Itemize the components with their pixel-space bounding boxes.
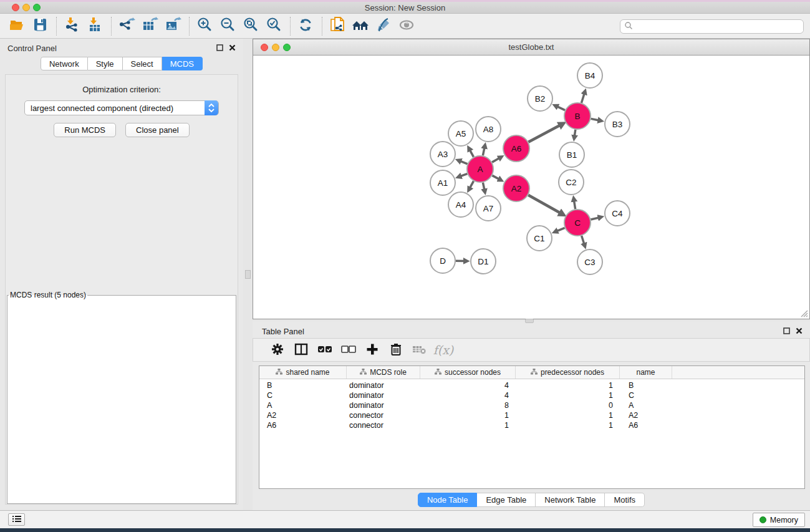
edge-A-A6[interactable] [492,158,499,162]
search-box[interactable] [620,19,804,34]
select-all-button[interactable] [313,341,337,359]
network-canvas[interactable]: B4B2BB3A8A5A6A3B1AC2A1A2A4A7C4CC1DD1C3 [253,56,809,319]
tab-network[interactable]: Network [41,57,88,70]
new-network-file-button[interactable] [328,17,347,36]
function-builder-button[interactable]: f(x) [432,341,455,359]
import-network-button[interactable] [62,17,81,36]
zoom-fit-button[interactable] [241,17,260,36]
network-graph[interactable]: B4B2BB3A8A5A6A3B1AC2A1A2A4A7C4CC1DD1C3 [253,56,809,319]
column-header-MCDS-role[interactable]: MCDS role [347,366,420,379]
edge-C-C4[interactable] [591,218,599,220]
resize-grip-icon[interactable] [800,309,808,317]
cell-shared_name: B [259,381,347,390]
edge-B-B2[interactable] [557,107,565,110]
column-header-name[interactable]: name [620,366,672,379]
close-panel-icon[interactable] [229,44,236,53]
table-row[interactable]: A2connector11A2 [259,410,804,420]
column-header-successor-nodes[interactable]: successor nodes [420,366,516,379]
export-table-button[interactable] [140,17,159,36]
node-B1[interactable]: B1 [559,142,584,167]
home-button[interactable] [351,17,370,36]
export-image-button[interactable] [163,17,182,36]
mcds-result-item[interactable]: A2 [11,300,224,301]
node-D1[interactable]: D1 [471,249,496,274]
edge-C-C1[interactable] [557,228,565,231]
deselect-all-button[interactable] [337,341,360,359]
delete-table-button[interactable] [408,341,432,359]
close-table-panel-icon[interactable] [796,327,803,336]
column-header-predecessor-nodes[interactable]: predecessor nodes [516,366,620,379]
edge-A6-B[interactable] [528,125,560,142]
node-A8[interactable]: A8 [476,117,501,142]
edge-A-A1[interactable] [460,174,467,177]
float-table-panel-icon[interactable] [783,327,790,336]
node-A2[interactable]: A2 [503,175,529,201]
edge-A-A5[interactable] [470,150,473,157]
edge-A-A7[interactable] [483,183,484,190]
node-B4[interactable]: B4 [577,63,602,88]
edge-A2-C[interactable] [528,195,561,213]
node-A4[interactable]: A4 [448,192,473,217]
task-history-button[interactable] [8,513,25,526]
table-options-button[interactable] [266,341,289,359]
panel-divider-handle[interactable] [245,270,251,279]
tab-style[interactable]: Style [88,57,123,70]
edge-A-A3[interactable] [460,161,468,164]
delete-column-button[interactable] [384,341,408,359]
node-A1[interactable]: A1 [430,170,455,195]
search-input[interactable] [635,22,803,31]
edge-C-C2[interactable] [574,201,576,210]
table-row[interactable]: Cdominator41C [259,390,804,400]
edge-B-B4[interactable] [581,94,584,103]
tab-node-table[interactable]: Node Table [418,493,478,507]
edge-C-C3[interactable] [582,236,584,244]
zoom-in-button[interactable] [195,17,214,36]
table-divider-handle[interactable] [525,319,534,323]
memory-button[interactable]: Memory [753,513,805,527]
show-columns-button[interactable] [289,341,313,359]
show-graphics-details-button[interactable] [397,17,416,36]
node-D[interactable]: D [430,248,455,273]
criterion-dropdown[interactable]: largest connected component (directed) [24,100,219,115]
node-C[interactable]: C [564,210,591,236]
node-C4[interactable]: C4 [605,201,630,226]
column-header-shared-name[interactable]: shared name [259,366,347,379]
node-A6[interactable]: A6 [503,135,529,162]
node-C3[interactable]: C3 [577,249,602,274]
table-row[interactable]: Bdominator41B [259,380,804,390]
node-B2[interactable]: B2 [528,86,552,111]
save-session-button[interactable] [31,17,49,36]
import-table-button[interactable] [85,17,104,36]
tab-mcds[interactable]: MCDS [162,57,203,70]
export-network-button[interactable] [117,17,136,36]
node-A7[interactable]: A7 [476,196,501,221]
table-row[interactable]: Adominator80A [259,400,804,410]
tab-edge-table[interactable]: Edge Table [477,493,536,507]
float-panel-icon[interactable] [216,44,223,53]
table-row[interactable]: A6connector11A6 [259,420,804,430]
edge-A-A2[interactable] [492,175,499,179]
add-column-button[interactable] [360,341,384,359]
close-panel-button[interactable]: Close panel [125,123,190,137]
node-C2[interactable]: C2 [559,170,584,195]
node-B[interactable]: B [564,103,591,129]
app-titlebar: Session: New Session [0,2,810,14]
tab-select[interactable]: Select [123,57,162,70]
zoom-out-button[interactable] [218,17,237,36]
node-C1[interactable]: C1 [527,226,552,251]
tab-motifs[interactable]: Motifs [605,493,645,507]
tab-network-table[interactable]: Network Table [536,493,605,507]
node-A3[interactable]: A3 [430,142,455,167]
run-mcds-button[interactable]: Run MCDS [54,123,116,137]
node-A[interactable]: A [467,156,493,182]
edge-B-B1[interactable] [574,130,576,137]
zoom-selected-button[interactable] [264,17,283,36]
annotation-mode-button[interactable] [374,17,393,36]
edge-A-A4[interactable] [470,181,473,188]
open-session-button[interactable] [7,17,26,36]
node-B3[interactable]: B3 [605,112,630,137]
edge-B-B3[interactable] [591,118,599,120]
refresh-button[interactable] [296,17,315,36]
node-A5[interactable]: A5 [448,121,473,146]
edge-A-A8[interactable] [483,147,485,155]
